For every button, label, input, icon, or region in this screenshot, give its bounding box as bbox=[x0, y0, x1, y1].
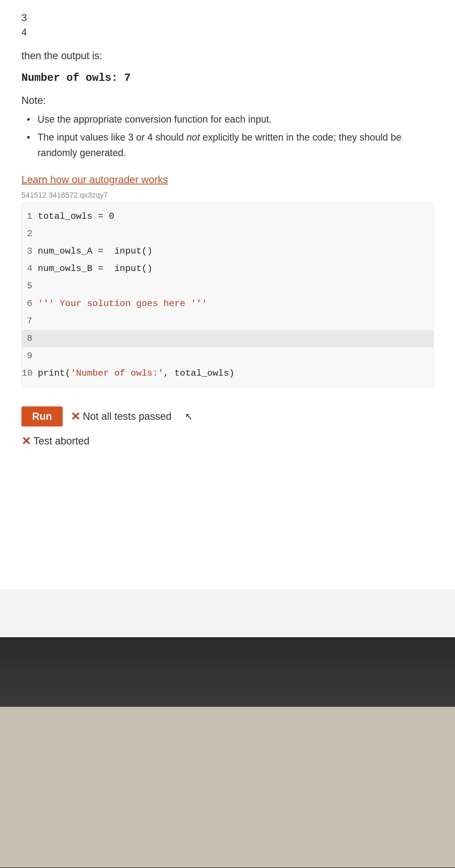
code-line-4: 4 num_owls_B = input() bbox=[22, 260, 433, 277]
x-icon-aborted: ✕ bbox=[22, 435, 31, 448]
run-button[interactable]: Run bbox=[22, 406, 63, 427]
code-line-9: 9 bbox=[22, 347, 433, 365]
code-line-6: 6 ''' Your solution goes here ''' bbox=[22, 295, 433, 312]
file-id: 541512 3416572.qx3zqy7 bbox=[22, 191, 433, 199]
code-line-1: 1 total_owls = 0 bbox=[22, 208, 433, 225]
note-item-1: Use the appropriate conversion function … bbox=[27, 112, 433, 127]
line-numbers-top: 3 4 bbox=[22, 11, 433, 40]
code-output-display: Number of owls: 7 bbox=[22, 72, 433, 84]
code-line-2: 2 bbox=[22, 225, 433, 243]
code-line-8: 8 bbox=[22, 330, 433, 347]
code-line-10: 10 print('Number of owls:', total_owls) bbox=[22, 365, 433, 382]
code-line-5: 5 bbox=[22, 277, 433, 295]
line-num-4: 4 bbox=[22, 25, 433, 40]
run-row: Run ✕ Not all tests passed ↖ bbox=[22, 406, 433, 427]
code-line-7: 7 bbox=[22, 312, 433, 330]
not-all-tests-label: Not all tests passed bbox=[83, 411, 172, 422]
run-area: Run ✕ Not all tests passed ↖ ✕ Test abor… bbox=[22, 401, 433, 453]
code-line-3: 3 num_owls_A = input() bbox=[22, 243, 433, 260]
then-output-text: then the output is: bbox=[22, 48, 433, 64]
x-icon-tests: ✕ bbox=[71, 410, 80, 423]
main-content: 3 4 then the output is: Number of owls: … bbox=[0, 0, 455, 589]
code-editor[interactable]: 1 total_owls = 0 2 3 num_owls_A = input(… bbox=[22, 202, 433, 388]
test-aborted-label: Test aborted bbox=[33, 435, 89, 447]
note-title: Note: bbox=[22, 95, 433, 106]
keyboard-area: ⊞ F3 ⠿ F4 ✦ F5 ✦ F6 ◁◁ F7 # 3 $ 4 bbox=[0, 707, 455, 867]
learn-autograder-link[interactable]: Learn how our autograder works bbox=[22, 174, 168, 186]
note-item-2: The input values like 3 or 4 should not … bbox=[27, 130, 433, 160]
screen: 3 4 then the output is: Number of owls: … bbox=[0, 0, 455, 637]
not-all-tests-status: ✕ Not all tests passed bbox=[71, 410, 172, 423]
cursor-indicator: ↖ bbox=[185, 411, 193, 422]
aborted-row: ✕ Test aborted bbox=[22, 435, 433, 448]
note-list: Use the appropriate conversion function … bbox=[22, 112, 433, 161]
test-aborted-status: ✕ Test aborted bbox=[22, 435, 89, 448]
line-num-3: 3 bbox=[22, 11, 433, 25]
note-section: Note: Use the appropriate conversion fun… bbox=[22, 95, 433, 161]
